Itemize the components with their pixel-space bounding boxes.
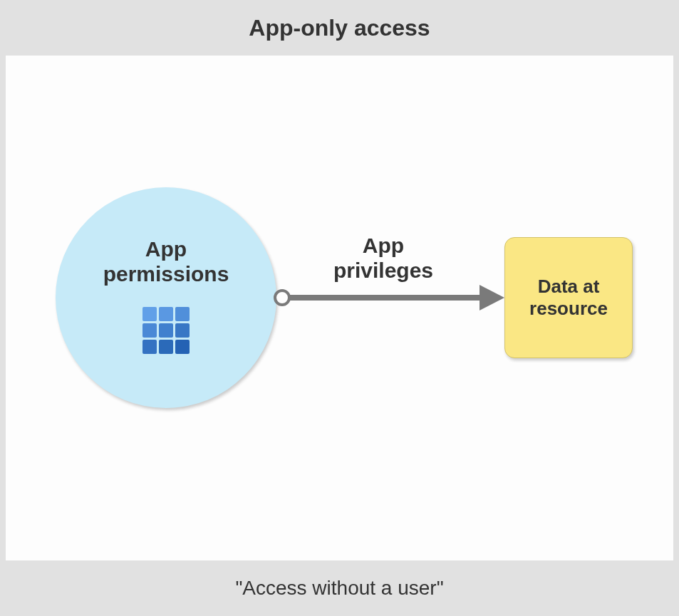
- diagram-title: App-only access: [0, 0, 679, 56]
- svg-point-2: [275, 291, 289, 305]
- diagram-footer: "Access without a user": [0, 560, 679, 616]
- app-grid-icon: [142, 307, 190, 354]
- resource-label-line1: Data at: [538, 276, 600, 297]
- app-permissions-node: App permissions: [56, 187, 276, 408]
- diagram-frame: App-only access App permissions App priv…: [0, 0, 679, 616]
- resource-label-line2: resource: [529, 298, 608, 319]
- app-permissions-label-line2: permissions: [103, 262, 229, 286]
- arrow-label: App privileges: [294, 234, 472, 283]
- data-at-resource-node: Data at resource: [504, 237, 633, 358]
- arrow-label-line1: App: [363, 234, 404, 257]
- app-permissions-label-line1: App: [145, 237, 187, 261]
- diagram-canvas: App permissions App privileges Data at: [6, 56, 673, 560]
- resource-label: Data at resource: [529, 276, 608, 320]
- arrow-label-line2: privileges: [333, 259, 433, 282]
- svg-marker-1: [480, 285, 504, 310]
- app-permissions-label: App permissions: [56, 237, 276, 286]
